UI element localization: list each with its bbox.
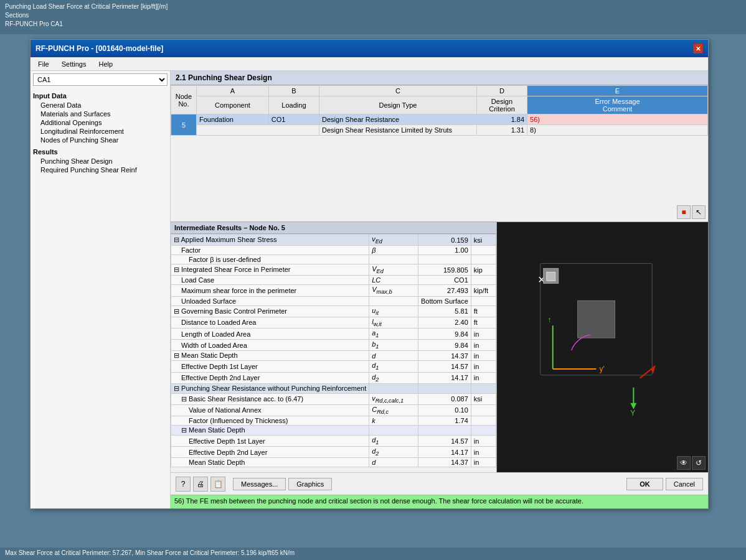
result-symbol: LC xyxy=(369,276,418,285)
result-symbol: k xyxy=(369,416,418,426)
table-row-2[interactable]: Design Shear Resistance Limited by Strut… xyxy=(171,125,708,136)
lower-section: Intermediate Results – Node No. 5 ⊟ Appl… xyxy=(171,222,708,472)
th-error-message: Error MessageComment xyxy=(527,96,708,114)
result-row: Effective Depth 1st Layerd114.57in xyxy=(171,436,496,447)
ok-button[interactable]: OK xyxy=(626,478,663,490)
top-bar: Punching Load Shear Force at Critical Pe… xyxy=(0,0,746,34)
table-icon-cursor[interactable]: ↖ xyxy=(692,205,706,219)
cell-empty xyxy=(196,125,319,136)
cursor-icon: ↖ xyxy=(696,208,702,217)
result-row: Effective Depth 2nd Layerd214.17in xyxy=(171,447,496,458)
result-desc: Width of Loaded Area xyxy=(171,340,369,351)
th-loading: Loading xyxy=(268,96,319,114)
close-button[interactable]: ✕ xyxy=(693,44,703,54)
sidebar-item-punching-design[interactable]: Punching Shear Design xyxy=(33,157,168,166)
result-desc: ⊟ Integrated Shear Force in Perimeter xyxy=(171,264,369,276)
result-desc: ⊟ Basic Shear Resistance acc. to (6.47) xyxy=(171,393,369,404)
result-row: Maximum shear force in the perimeterVmax… xyxy=(171,285,496,296)
th-col-b: B xyxy=(268,86,319,96)
cell-criterion-1: 1.84 xyxy=(476,114,527,125)
close-icon: ✕ xyxy=(696,45,701,52)
result-desc: Effective Depth 2nd Layer xyxy=(171,447,369,458)
sidebar-item-longitudinal[interactable]: Longitudinal Reinforcement xyxy=(33,127,168,136)
result-symbol: β xyxy=(369,246,418,255)
result-desc: Load Case xyxy=(171,276,369,285)
result-symbol: d1 xyxy=(369,361,418,372)
toolbar-icon-1[interactable]: ? xyxy=(176,477,191,492)
result-unit xyxy=(471,255,496,264)
result-symbol: VEd xyxy=(369,264,418,276)
result-value: Bottom Surface xyxy=(418,296,471,306)
table-row[interactable]: 5 Foundation CO1 Design Shear Resistance… xyxy=(171,114,708,125)
sidebar-item-general-data[interactable]: General Data xyxy=(33,101,168,110)
svg-rect-0 xyxy=(497,245,708,449)
result-row: Effective Depth 1st Layerd114.57in xyxy=(171,361,496,372)
upper-table: NodeNo. A B C D E Component Loading Desi… xyxy=(171,85,708,136)
result-symbol: Vmax,b xyxy=(369,285,418,296)
red-square-icon: ■ xyxy=(681,208,686,217)
result-value: 9.84 xyxy=(418,328,471,339)
cell-loading: CO1 xyxy=(268,114,319,125)
bottom-toolbar: ? 🖨 📋 Messages... Graphics OK Cancel xyxy=(171,472,708,495)
cancel-button[interactable]: Cancel xyxy=(666,478,703,490)
cell-component: Foundation xyxy=(196,114,268,125)
sidebar-dropdown[interactable]: CA1 xyxy=(33,73,168,86)
toolbar-icon-2[interactable]: 🖨 xyxy=(193,477,208,492)
cell-design-type-2: Design Shear Resistance Limited by Strut… xyxy=(319,125,477,136)
result-row: Value of National AnnexCRd,c0.10 xyxy=(171,404,496,416)
th-col-a: A xyxy=(196,86,268,96)
messages-button[interactable]: Messages... xyxy=(233,478,286,490)
result-unit: in xyxy=(471,328,496,339)
view-icon-eye[interactable]: 👁 xyxy=(677,456,691,470)
results-table-wrap[interactable]: ⊟ Applied Maximum Shear StressvEd0.159ks… xyxy=(171,234,496,472)
sidebar-item-materials[interactable]: Materials and Surfaces xyxy=(33,110,168,118)
menu-help[interactable]: Help xyxy=(93,59,118,69)
th-col-e: E xyxy=(527,86,708,96)
result-row: ⊟ Applied Maximum Shear StressvEd0.159ks… xyxy=(171,235,496,246)
sidebar-item-openings[interactable]: Additional Openings xyxy=(33,118,168,127)
content-area: CA1 Input Data General Data Materials an… xyxy=(31,71,708,508)
export-icon: 📋 xyxy=(214,480,223,488)
result-desc: Effective Depth 2nd Layer xyxy=(171,372,369,383)
view-panel: y' ↑ xyxy=(496,222,708,472)
menu-bar: File Settings Help xyxy=(31,57,708,71)
graphics-button[interactable]: Graphics xyxy=(288,478,332,490)
result-desc: ⊟ Mean Static Depth xyxy=(171,351,369,361)
result-desc: Effective Depth 1st Layer xyxy=(171,436,369,447)
result-desc: ⊟ Applied Maximum Shear Stress xyxy=(171,235,369,246)
toolbar-icon-3[interactable]: 📋 xyxy=(210,477,225,492)
top-bar-line2: Sections xyxy=(5,11,741,20)
result-value xyxy=(418,426,471,436)
result-value: 14.37 xyxy=(418,458,471,467)
top-bar-line3: RF-PUNCH Pro CA1 xyxy=(5,20,741,29)
result-desc: Maximum shear force in the perimeter xyxy=(171,285,369,296)
result-symbol: vRd,c,calc,1 xyxy=(369,393,418,404)
refresh-icon: ↺ xyxy=(696,459,702,467)
sidebar-item-nodes[interactable]: Nodes of Punching Shear xyxy=(33,136,168,144)
result-row: Factorβ1.00 xyxy=(171,246,496,255)
sidebar-item-required-reinf[interactable]: Required Punching Shear Reinf xyxy=(33,166,168,174)
result-symbol: d1 xyxy=(369,436,418,447)
print-icon: 🖨 xyxy=(197,480,204,488)
table-icon-red[interactable]: ■ xyxy=(677,205,691,219)
view-icon-refresh[interactable]: ↺ xyxy=(692,456,706,470)
menu-settings[interactable]: Settings xyxy=(57,59,92,69)
menu-file[interactable]: File xyxy=(33,59,54,69)
result-symbol: d xyxy=(369,351,418,361)
result-desc: Factor β is user-defined xyxy=(171,255,369,264)
result-unit xyxy=(471,404,496,416)
result-value: 1.00 xyxy=(418,246,471,255)
result-symbol: lw,it xyxy=(369,317,418,328)
result-desc: Distance to Loaded Area xyxy=(171,317,369,328)
result-row: ⊟ Mean Static Depthd14.37in xyxy=(171,351,496,361)
result-unit: ksi xyxy=(471,393,496,404)
result-row: Load CaseLCCO1 xyxy=(171,276,496,285)
result-row: Effective Depth 2nd Layerd214.17in xyxy=(171,372,496,383)
result-symbol: a1 xyxy=(369,328,418,339)
result-value: 14.17 xyxy=(418,447,471,458)
result-unit: in xyxy=(471,351,496,361)
result-unit: kip xyxy=(471,264,496,276)
result-desc: ⊟ Mean Static Depth xyxy=(171,426,369,436)
result-symbol: uit xyxy=(369,306,418,317)
result-value: 9.84 xyxy=(418,340,471,351)
